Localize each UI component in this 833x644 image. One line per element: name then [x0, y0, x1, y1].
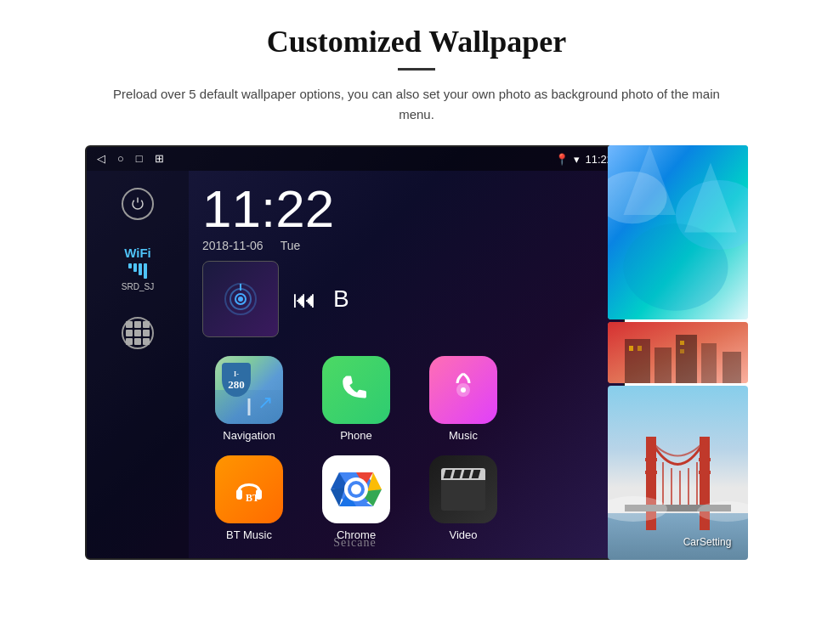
svg-point-6 [461, 387, 466, 393]
status-left: ◁ ○ □ ⊞ [97, 152, 164, 166]
phone-label: Phone [340, 429, 372, 442]
chrome-icon [322, 455, 390, 523]
prev-track-button[interactable]: ⏮ [292, 285, 316, 314]
svg-point-17 [623, 223, 728, 311]
svg-text:BT: BT [246, 492, 259, 504]
svg-rect-7 [236, 489, 242, 500]
radio-icon-box[interactable] [202, 261, 279, 337]
clock-date-text: 2018-11-06 [202, 239, 264, 252]
wallpaper-golden-gate [608, 386, 748, 560]
wifi-network-name: SRD_SJ [122, 282, 154, 291]
left-sidebar: WiFi SRD_SJ [87, 171, 189, 558]
wifi-status-icon: ▾ [574, 153, 580, 166]
clapper-top [441, 468, 485, 480]
video-icon [429, 455, 497, 523]
nav-badge-top: I- [234, 370, 239, 378]
back-nav-icon[interactable]: ◁ [97, 152, 105, 166]
wifi-widget: WiFi SRD_SJ [122, 246, 154, 291]
nav-icon-inner: I- 280 ↗ [215, 356, 283, 424]
app-music[interactable]: Music [416, 356, 510, 442]
bt-music-label: BT Music [226, 528, 272, 541]
apps-grid-icon [126, 321, 150, 345]
media-area: ⏮ B [189, 256, 623, 342]
video-clapper-icon [441, 468, 485, 511]
android-screen: ◁ ○ □ ⊞ 📍 ▾ 11:22 [85, 145, 625, 560]
svg-rect-21 [625, 339, 650, 383]
svg-point-13 [351, 484, 361, 494]
app-chrome[interactable]: Chrome [309, 455, 403, 541]
power-button[interactable] [122, 188, 154, 220]
app-navigation[interactable]: I- 280 ↗ Navigation [202, 356, 296, 442]
wifi-bar-2 [133, 263, 137, 272]
svg-rect-23 [676, 335, 697, 383]
center-content: 11:22 2018-11-06 Tue [189, 171, 623, 558]
navigation-icon: I- 280 ↗ [215, 356, 283, 424]
main-area: WiFi SRD_SJ [87, 171, 623, 558]
app-video[interactable]: Video [416, 455, 510, 541]
clock-date: 2018-11-06 Tue [202, 239, 609, 252]
svg-rect-22 [654, 347, 672, 383]
phone-icon [322, 356, 390, 424]
wifi-label: WiFi [122, 246, 154, 260]
watermark: Seicane [333, 536, 377, 550]
app-phone[interactable]: Phone [309, 356, 403, 442]
svg-rect-29 [680, 349, 684, 353]
page-description: Preload over 5 default wallpaper options… [110, 84, 722, 125]
wifi-bars [122, 263, 154, 279]
screenshot-nav-icon[interactable]: ⊞ [155, 152, 164, 166]
video-label: Video [449, 528, 477, 541]
svg-rect-30 [608, 386, 748, 513]
svg-rect-41 [645, 458, 657, 461]
apps-button[interactable] [122, 317, 154, 349]
music-label: Music [449, 429, 478, 442]
music-icon [429, 356, 497, 424]
svg-rect-24 [701, 343, 717, 383]
navigation-label: Navigation [223, 429, 275, 442]
svg-rect-28 [680, 341, 684, 345]
wifi-bar-1 [128, 263, 132, 268]
app-grid: I- 280 ↗ Navigation [189, 342, 623, 555]
title-divider [398, 68, 435, 71]
next-track-button[interactable]: B [333, 285, 349, 313]
wifi-bar-4 [144, 263, 147, 279]
svg-point-3 [238, 297, 243, 302]
screen-wrapper: ◁ ○ □ ⊞ 📍 ▾ 11:22 [85, 145, 748, 562]
wallpaper-panel: CarSetting [608, 145, 748, 560]
wifi-bar-3 [139, 263, 142, 275]
page-title: Customized Wallpaper [267, 24, 566, 59]
status-right: 📍 ▾ 11:22 [555, 153, 613, 166]
wallpaper-building [608, 322, 748, 383]
nav-badge-num: 280 [228, 379, 245, 390]
nav-badge: I- 280 [222, 363, 251, 397]
clock-day: Tue [280, 239, 301, 252]
recents-nav-icon[interactable]: □ [136, 152, 143, 166]
svg-rect-42 [645, 471, 657, 474]
svg-rect-27 [638, 346, 642, 351]
page-container: Customized Wallpaper Preload over 5 defa… [0, 0, 833, 644]
svg-rect-43 [699, 458, 711, 461]
clapper-bottom [441, 480, 485, 511]
app-bt-music[interactable]: BT BT Music [202, 455, 296, 541]
clock-section: 11:22 2018-11-06 Tue [189, 171, 623, 256]
location-icon: 📍 [555, 153, 569, 166]
clock-time: 11:22 [202, 183, 609, 235]
svg-rect-26 [629, 346, 633, 351]
svg-rect-25 [722, 352, 741, 383]
bt-icon: BT [215, 455, 283, 523]
nav-direction-arrow: ↗ [258, 392, 273, 414]
status-bar: ◁ ○ □ ⊞ 📍 ▾ 11:22 [87, 147, 623, 171]
svg-rect-44 [699, 471, 711, 474]
carsetting-label[interactable]: CarSetting [673, 536, 741, 548]
home-nav-icon[interactable]: ○ [117, 152, 124, 166]
wallpaper-ice-cave [608, 145, 748, 319]
